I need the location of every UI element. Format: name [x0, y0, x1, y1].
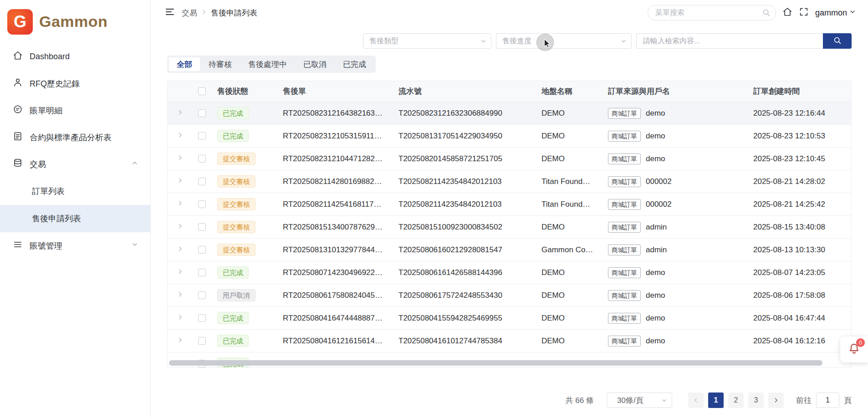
- sidebar-nav: Dashboard RFQ歷史記錄 賬單明細 合約與標準產品分析表 交易 訂單列…: [0, 43, 150, 259]
- order-source-tag: 商城訂單: [608, 290, 641, 301]
- expand-row-icon[interactable]: [177, 109, 184, 118]
- main-area: 交易 售後申請列表 gammon: [151, 0, 868, 418]
- breadcrumb-separator-icon: [201, 8, 207, 17]
- sidebar-item-dashboard[interactable]: Dashboard: [0, 43, 150, 70]
- bill-icon: [13, 104, 23, 117]
- expand-row-icon[interactable]: [177, 314, 184, 323]
- select-all-checkbox[interactable]: [198, 87, 206, 95]
- row-checkbox[interactable]: [198, 109, 206, 117]
- site-name: DEMO: [536, 314, 602, 323]
- status-badge: 提交審核: [217, 153, 255, 165]
- expand-row-icon[interactable]: [177, 132, 184, 141]
- user-menu[interactable]: gammon: [815, 8, 856, 18]
- aftersale-order-no: RT2025082114254168117…: [277, 200, 393, 209]
- next-page-button[interactable]: [768, 393, 784, 408]
- aftersale-order-no: RT2025080416121615614…: [277, 336, 393, 346]
- table-row[interactable]: 已完成 RT2025080416121615614… T202508041610…: [168, 330, 851, 352]
- fullscreen-icon[interactable]: [799, 7, 809, 19]
- row-checkbox[interactable]: [198, 269, 206, 276]
- site-name: Titan Found…: [536, 177, 602, 186]
- site-name: DEMO: [536, 223, 602, 232]
- table-row[interactable]: 提交審核 RT2025082114254168117… T20250821142…: [168, 193, 851, 216]
- breadcrumb-parent[interactable]: 交易: [182, 8, 197, 18]
- search-button[interactable]: [823, 33, 852, 49]
- sidebar-item-trade[interactable]: 交易: [0, 151, 150, 178]
- row-checkbox[interactable]: [198, 155, 206, 163]
- row-checkbox[interactable]: [198, 314, 206, 322]
- gammon-logo-icon: G: [7, 9, 33, 35]
- row-checkbox[interactable]: [198, 291, 206, 299]
- order-created-time: 2025-08-04 16:47:44: [748, 314, 851, 323]
- scrollbar-thumb[interactable]: [169, 360, 822, 366]
- expand-row-icon[interactable]: [177, 200, 184, 209]
- table-row[interactable]: 用戶取消 RT2025080617580824045… T20250806175…: [168, 284, 851, 307]
- expand-row-icon[interactable]: [177, 154, 184, 163]
- table-row[interactable]: 已完成 RT2025080714230496922… T202508061614…: [168, 261, 851, 284]
- status-badge: 提交審核: [217, 198, 255, 210]
- aftersale-type-select[interactable]: 售後類型: [363, 33, 491, 49]
- prev-page-button[interactable]: [688, 393, 704, 408]
- order-created-time: 2025-08-06 17:58:08: [748, 291, 851, 300]
- sidebar-item-aftersale-list[interactable]: 售後申請列表: [0, 205, 150, 232]
- page-size-value: 30條/頁: [617, 395, 643, 406]
- col-serial: 流水號: [393, 86, 536, 97]
- notification-widget[interactable]: 0: [840, 336, 868, 362]
- expand-row-icon[interactable]: [177, 177, 184, 186]
- page-button-2[interactable]: 2: [728, 393, 744, 408]
- serial-no: T20250820145858721251705: [393, 154, 536, 163]
- row-checkbox[interactable]: [198, 223, 206, 231]
- row-checkbox[interactable]: [198, 178, 206, 185]
- chevron-down-icon: [661, 397, 668, 406]
- table-row[interactable]: 已完成 RT2025082312164382163… T202508231216…: [168, 102, 851, 125]
- table-row[interactable]: 提交審核 RT2025082312104471282… T20250820145…: [168, 148, 851, 170]
- table-row[interactable]: 已完成 RT2025082312105315911… T202508131705…: [168, 125, 851, 148]
- keyword-search-input[interactable]: [636, 33, 823, 49]
- col-site: 地盤名稱: [536, 86, 602, 97]
- table-row[interactable]: 提交審核 RT2025081310132977844… T20250806160…: [168, 239, 851, 261]
- page-size-select[interactable]: 30條/頁: [607, 393, 672, 408]
- sidebar-item-rfq-history[interactable]: RFQ歷史記錄: [0, 70, 150, 97]
- order-created-time: 2025-08-07 14:23:05: [748, 268, 851, 277]
- person-icon: [13, 77, 23, 90]
- page-button-3[interactable]: 3: [748, 393, 764, 408]
- goto-page-input[interactable]: [816, 393, 839, 408]
- search-icon: [762, 8, 771, 19]
- site-name: DEMO: [536, 154, 602, 163]
- sidebar-item-account-management[interactable]: 賬號管理: [0, 232, 150, 259]
- row-checkbox[interactable]: [198, 200, 206, 208]
- row-checkbox[interactable]: [198, 337, 206, 345]
- order-source-tag: 商城訂單: [608, 131, 641, 142]
- tab-cancelled[interactable]: 已取消: [296, 57, 334, 71]
- tab-completed[interactable]: 已完成: [335, 57, 374, 71]
- expand-row-icon[interactable]: [177, 245, 184, 255]
- serial-no: T20250806160212928081547: [393, 245, 536, 255]
- tab-pending-review[interactable]: 待審核: [201, 57, 240, 71]
- tab-processing[interactable]: 售後處理中: [240, 57, 295, 71]
- table-row[interactable]: 提交審核 RT2025082114280169882… T20250821142…: [168, 170, 851, 193]
- order-created-time: 2025-08-13 10:13:30: [748, 245, 851, 255]
- table-row[interactable]: 提交審核 RT2025081513400787629… T20250815100…: [168, 216, 851, 239]
- table-row[interactable]: 已完成 RT2025080416474448887… T202508041559…: [168, 307, 851, 330]
- expand-row-icon[interactable]: [177, 223, 184, 232]
- aftersale-progress-select[interactable]: 售後進度: [496, 33, 632, 49]
- expand-row-icon[interactable]: [177, 268, 184, 277]
- status-badge: 已完成: [217, 312, 249, 324]
- serial-no: T20250806161426588144396: [393, 268, 536, 277]
- username: demo: [646, 132, 665, 141]
- chevron-down-icon: [849, 8, 856, 17]
- row-checkbox[interactable]: [198, 132, 206, 140]
- brand-name: Gammon: [39, 13, 107, 31]
- page-button-1[interactable]: 1: [708, 393, 724, 408]
- sidebar-item-order-list[interactable]: 訂單列表: [0, 178, 150, 205]
- expand-row-icon[interactable]: [177, 291, 184, 300]
- menu-search-input[interactable]: [648, 5, 776, 20]
- home-shortcut-icon[interactable]: [782, 7, 792, 19]
- expand-row-icon[interactable]: [177, 336, 184, 346]
- order-created-time: 2025-08-15 13:40:08: [748, 223, 851, 232]
- sidebar-item-billing[interactable]: 賬單明細: [0, 97, 150, 124]
- sidebar-item-contract-analysis[interactable]: 合約與標準產品分析表: [0, 124, 150, 151]
- collapse-sidebar-icon[interactable]: [164, 6, 175, 19]
- row-checkbox[interactable]: [198, 246, 206, 254]
- username: 000002: [646, 200, 672, 209]
- tab-all[interactable]: 全部: [169, 57, 200, 71]
